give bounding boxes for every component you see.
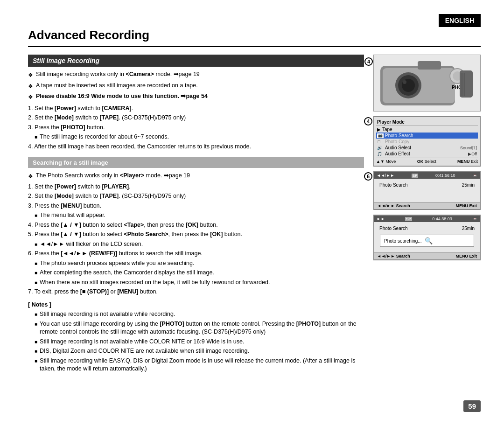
tape-icon-2: 📼 xyxy=(472,216,477,221)
menu-item-photo-search: 📷 Photo Search xyxy=(376,133,478,139)
bullet-search-1: The Photo Search works only in <Player> … xyxy=(28,172,364,181)
tape-ff-icon: ►► xyxy=(377,216,385,221)
note-icon-2 xyxy=(35,320,37,328)
audio-effect-icon: 🎵 xyxy=(377,152,384,156)
page-title: Advanced Recording xyxy=(28,28,481,47)
search-step-3: 3. Press the [MENU] button. xyxy=(28,202,364,210)
page-number: 59 xyxy=(463,400,481,412)
sub-search-3a: The menu list will appear. xyxy=(35,211,364,220)
search-step-6: 6. Press the [◄◄/►► (REW/FF)] buttons to… xyxy=(28,250,364,258)
note-icon-4 xyxy=(35,347,37,356)
square-icon-2 xyxy=(35,211,37,220)
photo-copy-icon: 🗒 xyxy=(377,140,384,144)
square-icon-6 xyxy=(35,279,37,287)
note-icon-1 xyxy=(35,310,37,319)
menu-item-audio-effect: 🎵 Audio Effect ▶Off xyxy=(376,151,478,157)
note-icon-3 xyxy=(35,338,37,346)
circle-6: 6 xyxy=(364,172,372,181)
playback-row-1: Photo Search 25min xyxy=(377,182,477,189)
sub-search-6b: After completing the search, the Camcord… xyxy=(35,269,364,277)
playback-content-1: Photo Search 25min xyxy=(374,179,480,202)
photo-searching-box: Photo searching... 🔍 xyxy=(380,235,474,247)
step-4: 4. After the still image has been record… xyxy=(28,143,364,151)
circle-4b: 4 xyxy=(364,117,372,126)
svg-point-5 xyxy=(403,80,406,84)
content-area: Still Image Recording Still image record… xyxy=(28,55,481,407)
english-badge: ENGLISH xyxy=(439,14,481,27)
square-icon-4 xyxy=(35,259,37,268)
note-1: Still image recording is not available w… xyxy=(35,310,364,319)
notes-header: [ Notes ] xyxy=(28,301,364,309)
audio-select-value: Sound[1] xyxy=(460,146,477,150)
playback-header-1: ◄◄/►► SP 0:41:56:10 📼 xyxy=(374,172,480,179)
search-step-4: 4. Press the [▲ / ▼] button to select <T… xyxy=(28,221,364,230)
playback-panel-1: ◄◄/►► SP 0:41:56:10 📼 Photo Search 25min… xyxy=(373,171,481,210)
right-column: 4 xyxy=(373,55,481,407)
menu-panel-wrapper: 4 Player Mode ▶ Tape 📷 Photo Search 🗒 Ph… xyxy=(373,116,481,167)
bullet-still-1: Still image recording works only in <Cam… xyxy=(28,70,364,80)
playback-content-2: Photo Search 25min Photo searching... 🔍 xyxy=(374,222,480,252)
page: ENGLISH Advanced Recording Still Image R… xyxy=(0,0,504,426)
circle-4: 4 xyxy=(364,57,373,66)
diamond-icon-2 xyxy=(28,82,33,91)
diamond-icon-3 xyxy=(28,92,33,102)
left-column: Still Image Recording Still image record… xyxy=(28,55,364,407)
menu-item-tape: ▶ Tape xyxy=(376,126,478,133)
step-2: 2. Set the [Mode] switch to [TAPE]. (SC-… xyxy=(28,114,364,122)
menu-panel: Player Mode ▶ Tape 📷 Photo Search 🗒 Phot… xyxy=(373,116,481,167)
playback-time-2: 0:44:38:03 xyxy=(432,216,452,221)
sp-badge-1: SP xyxy=(412,174,419,178)
menu-item-audio-select: 🔊 Audio Select Sound[1] xyxy=(376,145,478,151)
tape-icon-1: 📼 xyxy=(472,173,477,178)
tape-rewind-icon: ◄◄/►► xyxy=(377,173,394,178)
playback-time-1: 0:41:56:10 xyxy=(435,173,455,178)
camera-panel: 4 xyxy=(373,55,481,112)
playback-panel-2-wrapper: ►► SP 0:44:38:03 📼 Photo Search 25min Ph… xyxy=(373,215,481,260)
sub-search-6a: The photo search process appears while y… xyxy=(35,259,364,268)
sub-step-3a: The still image is recorded for about 6~… xyxy=(35,133,364,141)
menu-title: Player Mode xyxy=(376,119,478,126)
bullet-still-3: Please disable 16:9 Wide mode to use thi… xyxy=(28,92,364,102)
step-3: 3. Press the [PHOTO] button. xyxy=(28,124,364,132)
menu-bottom-bar: ▲▼ Move OK Select MENU Exit xyxy=(376,158,478,164)
sub-search-5a: ◄◄/►► will flicker on the LCD screen. xyxy=(35,240,364,249)
audio-select-icon: 🔊 xyxy=(377,146,384,150)
note-4: DIS, Digital Zoom and COLOR NITE are not… xyxy=(35,347,364,356)
note-2: You can use still image recording by usi… xyxy=(35,320,364,336)
section-header-searching: Searching for a still image xyxy=(28,157,364,168)
photo-search-label-2: Photo Search xyxy=(379,226,408,231)
square-icon-3 xyxy=(35,240,37,249)
step-1: 1. Set the [Power] switch to [CAMERA]. xyxy=(28,105,364,113)
svg-rect-6 xyxy=(418,61,441,70)
playback-header-2: ►► SP 0:44:38:03 📼 xyxy=(374,216,480,222)
sub-search-6c: When there are no still images recorded … xyxy=(35,279,364,287)
magnifier-icon: 🔍 xyxy=(425,237,433,244)
diamond-icon-4 xyxy=(28,172,33,181)
note-3: Still image recording is not available w… xyxy=(35,338,364,346)
searching-text: Photo searching... xyxy=(384,238,422,244)
playback-footer-2: ◄◄/►► Search MENU Exit xyxy=(374,252,480,259)
audio-effect-value: ▶Off xyxy=(468,152,477,156)
playback-panel-2: ►► SP 0:44:38:03 📼 Photo Search 25min Ph… xyxy=(373,215,481,260)
minutes-label-2: 25min xyxy=(462,226,475,231)
svg-rect-10 xyxy=(460,70,473,98)
search-step-1: 1. Set the [Power] switch to [PLAYER]. xyxy=(28,183,364,191)
note-5: Still image recording while EASY.Q, DIS … xyxy=(35,357,364,373)
playback-row-2: Photo Search 25min xyxy=(377,225,477,232)
camera-illustration: PHOTO xyxy=(374,55,480,111)
menu-item-photo-copy: 🗒 Photo Copy xyxy=(376,139,478,145)
photo-search-icon: 📷 xyxy=(377,133,384,138)
playback-panel-1-wrapper: 6 ◄◄/►► SP 0:41:56:10 📼 Photo Search 25m… xyxy=(373,171,481,210)
playback-footer-1: ◄◄/►► Search MENU Exit xyxy=(374,202,480,209)
photo-search-label-1: Photo Search xyxy=(379,182,408,188)
search-step-2: 2. Set the [Mode] switch to [TAPE]. (SC-… xyxy=(28,192,364,201)
minutes-label-1: 25min xyxy=(462,182,475,188)
play-icon: ▶ xyxy=(377,127,381,132)
note-icon-5 xyxy=(35,357,37,365)
notes-section: [ Notes ] Still image recording is not a… xyxy=(28,301,364,373)
sp-badge-2: SP xyxy=(405,217,412,221)
square-icon-1 xyxy=(35,133,37,141)
search-step-7: 7. To exit, press the [■ (STOP)] or [MEN… xyxy=(28,288,364,296)
camera-svg: PHOTO xyxy=(376,56,478,110)
bullet-still-2: A tape must be inserted as still images … xyxy=(28,82,364,91)
